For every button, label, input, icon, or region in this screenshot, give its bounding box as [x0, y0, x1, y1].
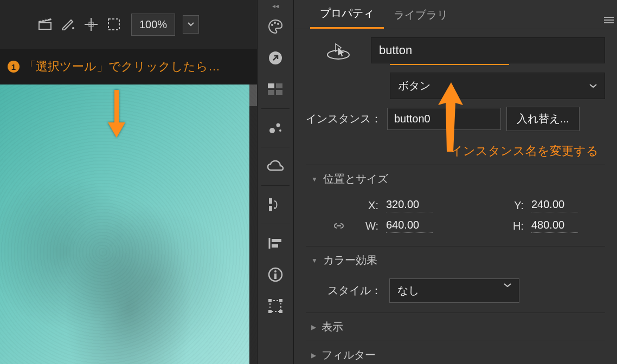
style-label: スタイル： [327, 283, 382, 298]
canvas-scrollbar[interactable] [249, 84, 257, 364]
w-value[interactable]: 640.00 [386, 219, 433, 233]
svg-rect-24 [274, 274, 277, 279]
section-display[interactable]: ▶ 表示 [306, 313, 605, 341]
instance-name-input[interactable] [371, 37, 605, 63]
share-arrow-icon[interactable] [258, 42, 293, 74]
symbol-type-value: ボタン [398, 79, 430, 93]
zoom-dropdown[interactable] [183, 15, 199, 34]
align-icon[interactable] [258, 227, 293, 259]
cloud-icon[interactable] [258, 151, 293, 182]
link-wh-icon[interactable] [333, 222, 349, 230]
properties-panel: プロパティ ライブラリ ボタン [294, 0, 617, 364]
svg-rect-13 [276, 90, 282, 95]
section-position-size[interactable]: ▼ 位置とサイズ [306, 165, 605, 193]
swap-button[interactable]: 入れ替え... [506, 107, 580, 131]
arrow-down-icon [106, 90, 127, 139]
chevron-down-icon [504, 283, 511, 288]
tab-library[interactable]: ライブラリ [384, 2, 458, 29]
svg-point-1 [72, 27, 74, 29]
transform-icon[interactable] [258, 290, 293, 322]
section-filter[interactable]: ▶ フィルター [306, 341, 605, 364]
zoom-select[interactable]: 100% [131, 14, 175, 36]
panel-icon-column: ◂◂ [257, 0, 294, 364]
svg-point-16 [279, 129, 281, 132]
triangle-right-icon: ▶ [311, 352, 316, 359]
h-value[interactable]: 480.00 [531, 219, 578, 233]
marquee-icon[interactable] [106, 17, 121, 32]
highlight-underline [390, 64, 509, 65]
arrow-up-icon [435, 81, 467, 152]
section-filter-label: フィルター [322, 348, 376, 362]
svg-rect-5 [108, 19, 119, 30]
svg-point-23 [274, 270, 277, 272]
step-number-icon: 1 [8, 61, 20, 73]
chevron-down-icon [589, 84, 597, 88]
section-color-effect[interactable]: ▼ カラー効果 [306, 246, 605, 274]
dots-icon[interactable] [258, 112, 293, 144]
w-label: W: [362, 220, 378, 232]
grid-layout-icon[interactable] [258, 74, 293, 105]
triangle-down-icon: ▼ [311, 257, 318, 264]
motion-path-icon[interactable] [258, 189, 293, 220]
svg-point-8 [277, 23, 279, 25]
svg-rect-21 [272, 244, 278, 248]
svg-point-7 [274, 22, 276, 24]
symbol-type-select[interactable]: ボタン [390, 73, 605, 99]
svg-rect-26 [268, 299, 272, 302]
button-symbol-icon [322, 37, 355, 64]
info-icon[interactable] [258, 259, 293, 290]
svg-rect-20 [272, 239, 281, 242]
instance-label: インスタンス： [306, 112, 382, 126]
canvas-toolbar: 100% [0, 0, 257, 49]
clapper-icon[interactable] [38, 17, 53, 32]
crosshair-icon[interactable] [83, 17, 99, 32]
svg-rect-27 [279, 299, 282, 302]
h-label: H: [507, 220, 524, 232]
annotation-step-1: 1 「選択ツール」でクリックしたら… [0, 49, 257, 84]
tab-properties[interactable]: プロパティ [310, 1, 384, 29]
style-value: なし [397, 283, 419, 298]
svg-point-14 [269, 128, 275, 133]
annotation-step-1-text: 「選択ツール」でクリックしたら… [24, 58, 220, 75]
svg-rect-0 [39, 23, 51, 29]
y-value[interactable]: 240.00 [531, 198, 578, 212]
svg-rect-18 [269, 206, 272, 211]
panel-menu-icon[interactable] [604, 16, 614, 24]
svg-rect-11 [276, 83, 282, 88]
svg-rect-28 [268, 310, 272, 313]
collapse-icon[interactable]: ◂◂ [258, 2, 293, 11]
section-display-label: 表示 [322, 320, 343, 334]
svg-rect-29 [279, 310, 282, 313]
stage-canvas[interactable] [0, 84, 257, 364]
y-label: Y: [507, 199, 524, 212]
svg-rect-10 [268, 83, 274, 88]
panel-tabs: プロパティ ライブラリ [294, 0, 617, 29]
svg-point-6 [271, 24, 273, 26]
palette-icon[interactable] [258, 11, 293, 42]
svg-rect-17 [269, 198, 272, 204]
x-value[interactable]: 320.00 [386, 198, 433, 212]
style-select[interactable]: なし [389, 278, 519, 303]
x-label: X: [362, 199, 378, 212]
section-color-label: カラー効果 [323, 253, 377, 268]
svg-rect-12 [268, 90, 274, 95]
triangle-down-icon: ▼ [311, 176, 318, 183]
section-pos-size-label: 位置とサイズ [323, 172, 388, 186]
zoom-value: 100% [139, 18, 167, 31]
triangle-right-icon: ▶ [311, 323, 316, 331]
svg-point-15 [277, 123, 280, 127]
pencil-icon[interactable] [61, 17, 76, 32]
